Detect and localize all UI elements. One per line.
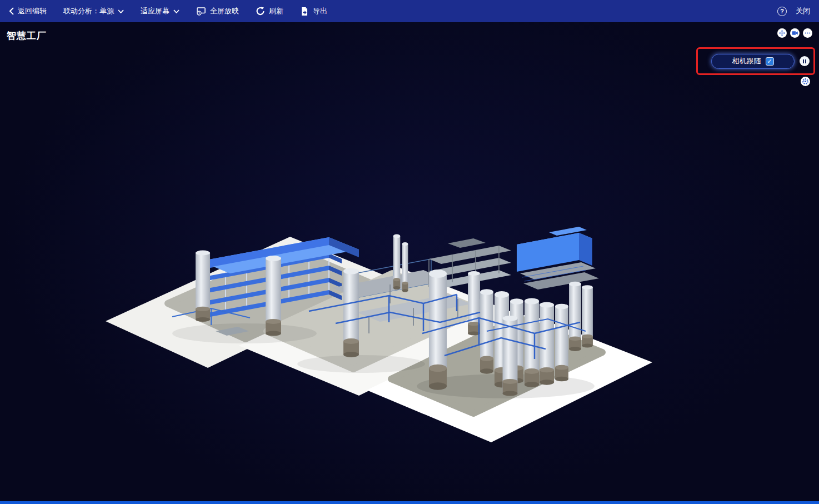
more-options-button[interactable] bbox=[803, 28, 812, 38]
chevron-down-icon bbox=[118, 9, 124, 13]
linkage-analysis-dropdown[interactable]: 联动分析：单源 bbox=[63, 6, 124, 16]
screen-clock-icon bbox=[196, 7, 206, 16]
back-label: 返回编辑 bbox=[18, 6, 47, 16]
viewport-icon-cluster bbox=[777, 28, 812, 38]
camera-follow-highlight: 相机跟随 ✓ bbox=[696, 47, 815, 75]
four-arrows-icon bbox=[779, 30, 785, 36]
right-rack-and-blue-building bbox=[429, 227, 599, 290]
fit-screen-dropdown[interactable]: 适应屏幕 bbox=[141, 6, 179, 16]
pause-icon bbox=[803, 59, 804, 63]
expand-view-button[interactable] bbox=[777, 28, 787, 38]
refresh-label: 刷新 bbox=[269, 6, 283, 16]
refresh-icon bbox=[256, 7, 265, 16]
linkage-label: 联动分析：单源 bbox=[63, 6, 114, 16]
settings-button[interactable] bbox=[801, 77, 810, 86]
bottom-edge-bar bbox=[0, 501, 819, 504]
close-label: 关闭 bbox=[796, 6, 810, 16]
page-title: 智慧工厂 bbox=[7, 29, 47, 42]
refresh-button[interactable]: 刷新 bbox=[256, 6, 283, 16]
export-button[interactable]: 导出 bbox=[300, 6, 327, 16]
close-button[interactable]: 关闭 bbox=[796, 6, 810, 16]
camera-view-button[interactable] bbox=[790, 28, 800, 38]
chevron-left-icon bbox=[9, 7, 14, 15]
camera-follow-label: 相机跟随 bbox=[732, 56, 761, 66]
fit-screen-label: 适应屏幕 bbox=[141, 6, 169, 16]
gear-icon bbox=[802, 78, 809, 85]
back-button[interactable]: 返回编辑 bbox=[9, 6, 47, 16]
viewport-canvas[interactable]: 智慧工厂 相机跟随 ✓ bbox=[0, 22, 819, 504]
pause-icon bbox=[805, 59, 806, 63]
factory-3d-scene[interactable] bbox=[0, 22, 819, 504]
fullscreen-play-button[interactable]: 全屏放映 bbox=[196, 6, 239, 16]
top-toolbar: 返回编辑 联动分析：单源 适应屏幕 全屏放映 bbox=[0, 0, 819, 22]
pause-button[interactable] bbox=[800, 56, 810, 66]
ellipsis-icon bbox=[805, 30, 811, 36]
chevron-down-icon bbox=[173, 9, 179, 13]
help-button[interactable]: ? bbox=[777, 7, 787, 16]
help-glyph: ? bbox=[780, 8, 784, 14]
video-camera-icon bbox=[792, 30, 798, 36]
camera-follow-checkbox[interactable]: ✓ bbox=[766, 57, 774, 66]
camera-follow-button[interactable]: 相机跟随 ✓ bbox=[711, 54, 795, 69]
export-label: 导出 bbox=[313, 6, 327, 16]
export-document-icon bbox=[300, 7, 309, 16]
fullscreen-label: 全屏放映 bbox=[210, 6, 239, 16]
